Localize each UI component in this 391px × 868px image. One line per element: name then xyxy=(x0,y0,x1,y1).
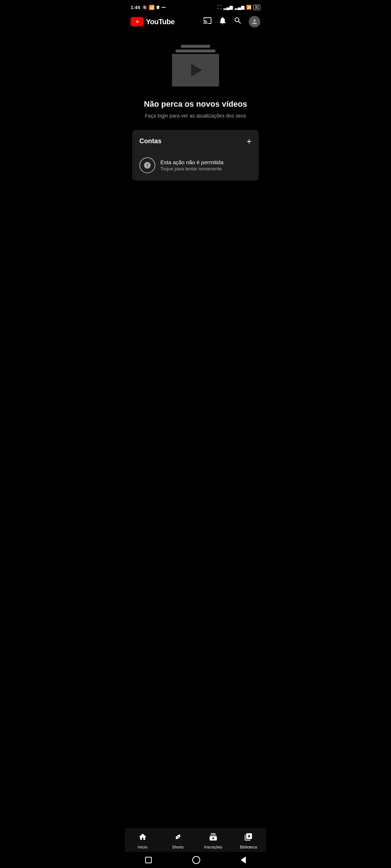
account-icon[interactable] xyxy=(249,16,260,27)
playlist-lines xyxy=(174,45,217,52)
status-time-area: 1:44 🔇 📶 🗑 ••• xyxy=(131,5,166,10)
status-bar: 1:44 🔇 📶 🗑 ••• ⛶ ▂▄▆ ▂▄▆ 📶 31 xyxy=(125,0,266,13)
logo-area: YouTube xyxy=(131,17,175,26)
accounts-error-row[interactable]: Esta ação não é permitida Toque para ten… xyxy=(132,152,259,180)
main-content: Não perca os novos vídeos Faça login par… xyxy=(125,30,266,188)
accounts-panel: Contas + Esta ação não é permitida Toque… xyxy=(132,130,259,180)
trash-icon: 🗑 xyxy=(156,5,160,9)
signal-bars2-icon: ▂▄▆ xyxy=(235,5,244,10)
cast-icon[interactable] xyxy=(203,16,212,27)
playlist-line-top xyxy=(181,45,210,48)
youtube-logo-icon xyxy=(131,17,144,26)
time-display: 1:44 xyxy=(131,5,140,10)
wifi-signal-icon: 📶 xyxy=(149,5,155,10)
signal-bars-icon: ▂▄▆ xyxy=(223,5,233,10)
bluetooth-icon: ⛶ xyxy=(217,5,222,10)
empty-state-subtitle: Faça login para ver as atualizações dos … xyxy=(145,112,246,120)
app-header: YouTube xyxy=(125,13,266,30)
more-icon: ••• xyxy=(161,5,166,9)
accounts-panel-header: Contas + xyxy=(132,130,259,152)
empty-state-title: Não perca os novos vídeos xyxy=(144,99,247,109)
app-name: YouTube xyxy=(146,18,175,26)
error-title: Esta ação não é permitida xyxy=(160,159,223,165)
notification-icon[interactable] xyxy=(218,16,227,27)
search-icon[interactable] xyxy=(234,16,242,27)
empty-state-illustration xyxy=(172,45,219,86)
error-subtitle: Toque para tentar novamente xyxy=(160,166,223,171)
battery-display: 31 xyxy=(253,5,260,10)
svg-marker-0 xyxy=(136,20,139,23)
add-account-button[interactable]: + xyxy=(247,136,252,146)
error-icon xyxy=(139,157,155,173)
wifi-icon: 📶 xyxy=(246,5,252,10)
accounts-panel-title: Contas xyxy=(139,137,161,145)
status-right-icons: ⛶ ▂▄▆ ▂▄▆ 📶 31 xyxy=(217,5,260,10)
video-thumbnail xyxy=(172,54,219,86)
play-icon xyxy=(191,64,202,77)
header-actions xyxy=(203,16,260,27)
status-left-icons: 🔇 📶 🗑 ••• xyxy=(142,5,166,10)
error-text-area: Esta ação não é permitida Toque para ten… xyxy=(160,159,223,171)
playlist-line-middle xyxy=(176,50,215,52)
mute-icon: 🔇 xyxy=(142,5,147,10)
